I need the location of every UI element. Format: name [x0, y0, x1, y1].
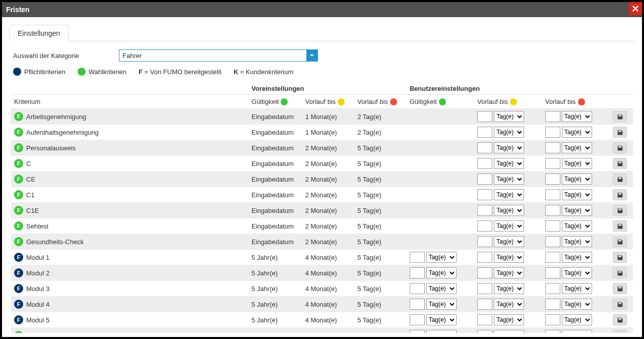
- value-input[interactable]: [477, 314, 492, 325]
- value-input[interactable]: [477, 299, 492, 310]
- value-input[interactable]: [477, 283, 492, 294]
- save-row-button[interactable]: [613, 174, 627, 185]
- save-row-button[interactable]: [613, 236, 627, 247]
- value-input[interactable]: [545, 189, 560, 200]
- unit-select[interactable]: Tag(e): [562, 205, 592, 216]
- unit-select[interactable]: Tag(e): [494, 314, 524, 325]
- value-input[interactable]: [545, 142, 560, 153]
- value-input[interactable]: [410, 330, 425, 333]
- unit-select[interactable]: Tag(e): [494, 127, 524, 138]
- unit-select[interactable]: Tag(e): [426, 267, 457, 278]
- unit-select[interactable]: Tag(e): [494, 330, 524, 333]
- value-input[interactable]: [545, 111, 560, 122]
- unit-select[interactable]: Tag(e): [494, 111, 524, 122]
- value-input[interactable]: [545, 314, 560, 325]
- unit-select[interactable]: Tag(e): [494, 220, 524, 232]
- value-input[interactable]: [477, 205, 492, 216]
- preset-gueltigkeit: Eingabedatum: [248, 218, 302, 234]
- value-input[interactable]: [545, 283, 560, 294]
- unit-select[interactable]: Tag(e): [562, 127, 592, 138]
- value-input[interactable]: [545, 174, 560, 185]
- value-input[interactable]: [477, 189, 492, 200]
- unit-select[interactable]: Tag(e): [494, 158, 524, 169]
- user-gueltigkeit-cell: [407, 109, 475, 125]
- table-row: FModul 15 Jahr(e)4 Monat(e)5 Tag(e)Tag(e…: [11, 250, 633, 265]
- unit-select[interactable]: Tag(e): [494, 189, 524, 200]
- unit-select[interactable]: Tag(e): [562, 314, 592, 325]
- unit-select[interactable]: Tag(e): [494, 283, 524, 294]
- titlebar: Fristen: [2, 2, 642, 17]
- unit-select[interactable]: Tag(e): [426, 252, 457, 263]
- preset-vorlauf-yellow: 2 Monat(e): [302, 187, 355, 203]
- unit-select[interactable]: Tag(e): [494, 236, 524, 247]
- grid-scroll-area[interactable]: Voreinstellungen Benutzereinstellungen K…: [11, 83, 633, 333]
- unit-select[interactable]: Tag(e): [494, 174, 524, 185]
- save-row-button[interactable]: [613, 314, 627, 325]
- value-input[interactable]: [410, 267, 425, 278]
- unit-select[interactable]: Tag(e): [562, 299, 592, 310]
- category-select[interactable]: Fahrer: [119, 49, 318, 62]
- value-input[interactable]: [477, 111, 492, 122]
- unit-select[interactable]: Tag(e): [562, 189, 592, 200]
- unit-select[interactable]: Tag(e): [494, 252, 524, 263]
- unit-select[interactable]: Tag(e): [494, 205, 524, 216]
- save-row-button[interactable]: [613, 111, 627, 122]
- save-row-button[interactable]: [613, 127, 627, 138]
- unit-select[interactable]: Tag(e): [494, 267, 524, 278]
- value-input[interactable]: [477, 252, 492, 263]
- unit-select[interactable]: Tag(e): [562, 142, 592, 153]
- save-row-button[interactable]: [613, 205, 627, 216]
- save-row-button[interactable]: [613, 330, 627, 333]
- unit-select[interactable]: Tag(e): [562, 111, 592, 122]
- value-input[interactable]: [477, 142, 492, 153]
- unit-select[interactable]: Tag(e): [562, 236, 592, 247]
- unit-select[interactable]: Tag(e): [562, 330, 592, 333]
- unit-select[interactable]: Tag(e): [562, 252, 592, 263]
- value-input[interactable]: [545, 252, 560, 263]
- save-row-button[interactable]: [613, 299, 627, 310]
- unit-select[interactable]: Tag(e): [426, 299, 457, 310]
- value-input[interactable]: [545, 299, 560, 310]
- value-input[interactable]: [477, 236, 492, 247]
- unit-select[interactable]: Tag(e): [426, 314, 457, 325]
- save-row-button[interactable]: [613, 220, 627, 232]
- value-input[interactable]: [477, 330, 492, 333]
- save-row-button[interactable]: [613, 158, 627, 169]
- unit-select[interactable]: Tag(e): [562, 174, 592, 185]
- value-input[interactable]: [410, 252, 425, 263]
- save-row-button[interactable]: [613, 189, 627, 200]
- save-row-button[interactable]: [613, 267, 627, 278]
- value-input[interactable]: [545, 330, 560, 333]
- value-input[interactable]: [545, 220, 560, 232]
- source-badge: F: [14, 128, 23, 137]
- save-icon: [617, 317, 623, 323]
- category-dropdown-button[interactable]: [306, 50, 317, 61]
- value-input[interactable]: [477, 127, 492, 138]
- value-input[interactable]: [410, 314, 425, 325]
- save-icon: [617, 176, 623, 183]
- unit-select[interactable]: Tag(e): [426, 283, 457, 294]
- value-input[interactable]: [545, 158, 560, 169]
- value-input[interactable]: [545, 205, 560, 216]
- unit-select[interactable]: Tag(e): [562, 267, 592, 278]
- unit-select[interactable]: Tag(e): [562, 220, 592, 232]
- save-row-button[interactable]: [613, 283, 627, 294]
- value-input[interactable]: [410, 299, 425, 310]
- unit-select[interactable]: Tag(e): [562, 158, 592, 169]
- unit-select[interactable]: Tag(e): [426, 330, 457, 333]
- unit-select[interactable]: Tag(e): [562, 283, 592, 294]
- close-button[interactable]: [629, 2, 642, 15]
- value-input[interactable]: [545, 127, 560, 138]
- value-input[interactable]: [477, 220, 492, 232]
- save-row-button[interactable]: [613, 252, 627, 263]
- value-input[interactable]: [545, 267, 560, 278]
- value-input[interactable]: [477, 158, 492, 169]
- save-row-button[interactable]: [613, 142, 627, 153]
- value-input[interactable]: [477, 174, 492, 185]
- value-input[interactable]: [477, 267, 492, 278]
- value-input[interactable]: [545, 236, 560, 247]
- value-input[interactable]: [410, 283, 425, 294]
- unit-select[interactable]: Tag(e): [494, 142, 524, 153]
- tab-settings[interactable]: Einstellungen: [9, 25, 69, 41]
- unit-select[interactable]: Tag(e): [494, 299, 524, 310]
